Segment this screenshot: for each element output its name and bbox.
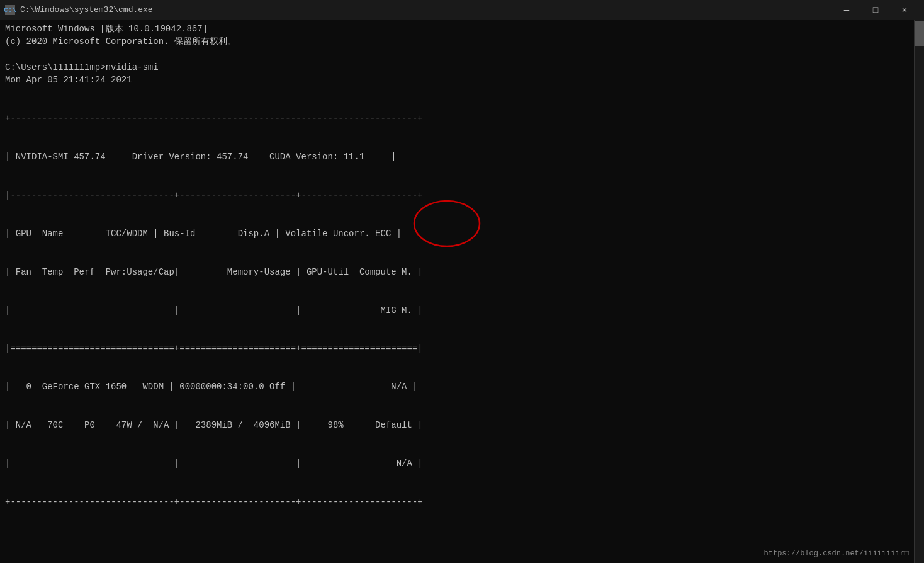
maximize-button[interactable]: □ — [861, 0, 890, 20]
line-copyright: (c) 2020 Microsoft Corporation. 保留所有权利。 — [5, 35, 909, 48]
smi-table: +---------------------------------------… — [5, 86, 909, 533]
scrollbar-thumb[interactable] — [915, 21, 924, 46]
cmd-icon: C:\ — [5, 5, 15, 15]
line-windows-version: Microsoft Windows [版本 10.0.19042.867] — [5, 23, 909, 35]
smi-sep4: +-------------------------------+-------… — [5, 496, 909, 508]
minimize-button[interactable]: — — [832, 0, 861, 20]
scrollbar[interactable] — [914, 20, 924, 563]
smi-gpu-row1: | 0 GeForce GTX 1650 WDDM | 00000000:34:… — [5, 380, 909, 393]
blank2 — [5, 534, 909, 547]
titlebar: C:\ C:\Windows\system32\cmd.exe — □ ✕ — [0, 0, 924, 20]
titlebar-controls: — □ ✕ — [832, 0, 919, 20]
smi-gpu-row3: | | | N/A | — [5, 457, 909, 470]
smi-header: | NVIDIA-SMI 457.74 Driver Version: 457.… — [5, 151, 909, 163]
line-command: C:\Users\1111111mp>nvidia-smi — [5, 61, 909, 74]
smi-sep1: +---------------------------------------… — [5, 112, 909, 125]
line-blank1 — [5, 48, 909, 61]
smi-gpu-row2: | N/A 70C P0 47W / N/A | 2389MiB / 4096M… — [5, 419, 909, 431]
watermark: https://blog.csdn.net/iiiiiiiir□ — [764, 549, 909, 558]
smi-sep3: |===============================+=======… — [5, 342, 909, 355]
smi-col-header3: | | | MIG M. | — [5, 304, 909, 317]
terminal: Microsoft Windows [版本 10.0.19042.867] (c… — [0, 20, 914, 563]
smi-col-header2: | Fan Temp Perf Pwr:Usage/Cap| Memory-Us… — [5, 266, 909, 278]
smi-col-header1: | GPU Name TCC/WDDM | Bus-Id Disp.A | Vo… — [5, 227, 909, 240]
close-button[interactable]: ✕ — [890, 0, 919, 20]
line-datetime: Mon Apr 05 21:41:24 2021 — [5, 74, 909, 86]
smi-sep2: |-------------------------------+-------… — [5, 189, 909, 202]
titlebar-title: C:\Windows\system32\cmd.exe — [20, 5, 153, 14]
titlebar-left: C:\ C:\Windows\system32\cmd.exe — [5, 5, 153, 15]
